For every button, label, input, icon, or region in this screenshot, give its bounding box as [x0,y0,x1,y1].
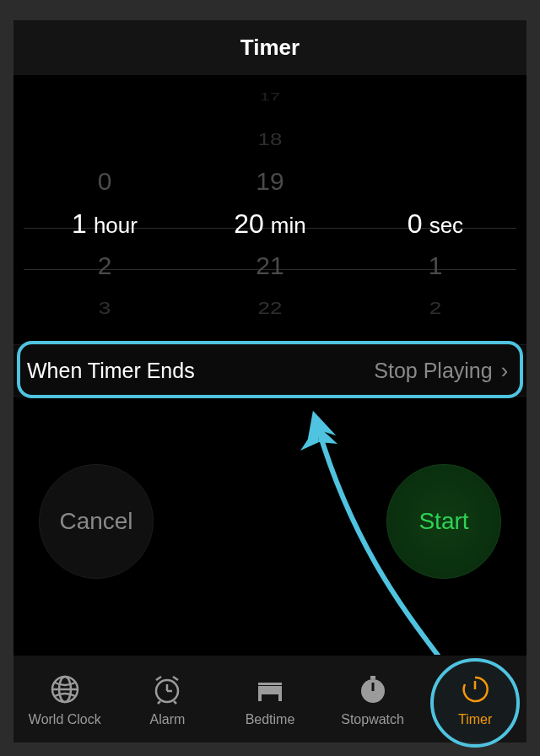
navbar: Timer [14,20,526,76]
svg-line-8 [158,701,160,704]
svg-rect-12 [258,694,262,701]
picker-hours-prev: 0 [23,160,186,202]
svg-rect-10 [258,686,282,694]
when-timer-ends-value: Stop Playing [374,359,492,383]
tab-alarm[interactable]: Alarm [116,656,219,742]
alarm-clock-icon [149,672,185,707]
tab-bar: World Clock Alarm [14,655,526,742]
svg-line-9 [174,701,176,704]
svg-rect-13 [278,694,282,701]
picker-seconds-unit: sec [429,204,463,246]
bed-icon [252,672,288,707]
svg-rect-15 [370,676,375,679]
timer-icon [457,672,493,707]
picker-minutes-unit: min [271,204,306,246]
when-timer-ends-wrap: When Timer Ends Stop Playing › [14,344,526,397]
cancel-button[interactable]: Cancel [39,464,154,579]
picker-seconds[interactable]: 0 sec 1 2 3 [354,76,517,338]
tab-world-clock[interactable]: World Clock [14,656,116,742]
button-row: Cancel Start [14,456,526,608]
globe-icon [47,672,83,707]
duration-picker[interactable]: 0 1 hour 2 3 4 17 18 19 20 min 21 22 23 [14,76,526,338]
tab-timer[interactable]: Timer [424,656,526,742]
svg-line-7 [173,677,178,680]
app-frame: Timer 0 1 hour 2 3 4 17 18 19 20 min [14,20,526,742]
when-timer-ends-row[interactable]: When Timer Ends Stop Playing › [14,344,526,397]
tab-bedtime[interactable]: Bedtime [219,656,321,742]
chevron-right-icon: › [501,359,508,383]
page-title: Timer [240,35,300,61]
stopwatch-icon [355,672,391,707]
picker-seconds-selected: 0 sec [354,202,517,245]
picker-hours-unit: hour [94,204,138,246]
picker-hours-selected: 1 hour [23,202,186,245]
tab-stopwatch[interactable]: Stopwatch [321,656,424,742]
svg-line-6 [156,677,161,680]
svg-rect-11 [258,683,282,685]
start-button[interactable]: Start [386,464,501,579]
picker-minutes-selected: 20 min [188,202,352,245]
when-timer-ends-label: When Timer Ends [27,359,195,383]
picker-hours[interactable]: 0 1 hour 2 3 4 [23,76,186,338]
picker-minutes[interactable]: 17 18 19 20 min 21 22 23 [188,76,352,338]
